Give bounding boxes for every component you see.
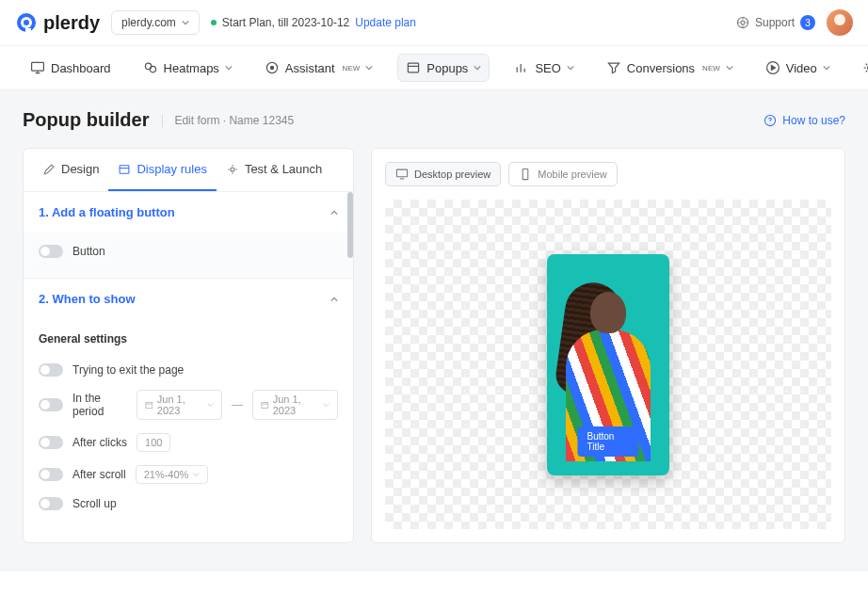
tab-design[interactable]: Design bbox=[33, 149, 108, 191]
toggle-after-clicks[interactable] bbox=[39, 436, 63, 449]
scrollbar-thumb[interactable] bbox=[347, 192, 353, 258]
new-tag: NEW bbox=[343, 64, 361, 72]
chevron-down-icon bbox=[225, 64, 233, 72]
chevron-down-icon bbox=[192, 471, 200, 478]
svg-point-8 bbox=[150, 66, 155, 72]
site-selector[interactable]: plerdy.com bbox=[111, 10, 200, 35]
svg-point-16 bbox=[231, 167, 234, 170]
desktop-preview-button[interactable]: Desktop preview bbox=[385, 162, 501, 186]
funnel-icon bbox=[606, 60, 621, 75]
tab-display-label: Display rules bbox=[137, 162, 206, 176]
preview-canvas: Button Title bbox=[385, 200, 831, 529]
new-tag: NEW bbox=[702, 64, 720, 72]
date-from-value: Jun 1, 2023 bbox=[157, 394, 203, 416]
nav-dashboard[interactable]: Dashboard bbox=[23, 55, 119, 81]
nav-conversions-label: Conversions bbox=[627, 61, 695, 75]
chevron-up-icon bbox=[330, 209, 338, 217]
plan-status: Start Plan, till 2023-10-12 Update plan bbox=[211, 16, 416, 29]
brand-logo[interactable]: plerdy bbox=[15, 11, 100, 34]
svg-rect-19 bbox=[396, 169, 407, 177]
toggle-period-label: In the period bbox=[72, 392, 127, 418]
plan-text: Start Plan, till 2023-10-12 bbox=[222, 16, 349, 29]
toggle-exit-label: Trying to exit the page bbox=[72, 363, 184, 377]
toggle-button-label: Button bbox=[72, 245, 105, 258]
svg-rect-3 bbox=[25, 28, 31, 34]
update-plan-link[interactable]: Update plan bbox=[355, 16, 416, 29]
nav-heatmaps[interactable]: Heatmaps bbox=[136, 55, 240, 81]
chart-icon bbox=[514, 60, 529, 75]
mobile-icon bbox=[519, 168, 532, 181]
chevron-up-icon bbox=[330, 296, 338, 303]
ai-icon bbox=[265, 60, 280, 75]
svg-rect-20 bbox=[523, 169, 529, 179]
nav-popups[interactable]: Popups bbox=[397, 54, 490, 82]
tab-design-label: Design bbox=[61, 162, 99, 176]
toggle-after-scroll[interactable] bbox=[39, 468, 63, 481]
support-button[interactable]: Support 3 bbox=[736, 15, 815, 30]
svg-rect-15 bbox=[121, 165, 130, 172]
toggle-scrollup-label: Scroll up bbox=[72, 497, 117, 510]
toggle-period[interactable] bbox=[39, 398, 63, 411]
tab-display-rules[interactable]: Display rules bbox=[108, 149, 216, 191]
clicks-input[interactable]: 100 bbox=[137, 433, 170, 452]
chevron-down-icon bbox=[323, 401, 330, 409]
support-label: Support bbox=[755, 16, 795, 29]
nav-seo[interactable]: SEO bbox=[506, 55, 581, 81]
nav-popups-label: Popups bbox=[426, 61, 468, 75]
page-subtitle: Edit form · Name 12345 bbox=[162, 114, 294, 127]
popup-preview: Button Title bbox=[547, 254, 669, 475]
editor-panel: Design Display rules Test & Launch 1. Ad… bbox=[23, 148, 354, 543]
support-count-badge: 3 bbox=[800, 15, 815, 30]
help-icon bbox=[764, 114, 777, 127]
nav-conversions[interactable]: ConversionsNEW bbox=[599, 55, 741, 81]
monitor-icon bbox=[30, 60, 45, 75]
svg-rect-11 bbox=[409, 63, 419, 72]
date-to-picker[interactable]: Jun 1, 2023 bbox=[252, 390, 338, 420]
how-to-use-label: How to use? bbox=[782, 114, 845, 127]
status-dot-icon bbox=[211, 20, 217, 25]
gear-icon bbox=[862, 60, 868, 75]
toggle-button[interactable] bbox=[39, 245, 63, 258]
toggle-clicks-label: After clicks bbox=[72, 436, 127, 449]
toggle-scroll-up[interactable] bbox=[39, 497, 63, 510]
popup-preview-button[interactable]: Button Title bbox=[578, 426, 639, 457]
svg-rect-17 bbox=[146, 402, 153, 408]
brand-name: plerdy bbox=[43, 12, 100, 34]
nav-assistant[interactable]: AssistantNEW bbox=[257, 55, 380, 81]
section-floating-button-header[interactable]: 1. Add a floating button bbox=[24, 192, 353, 233]
mobile-preview-label: Mobile preview bbox=[538, 169, 606, 180]
chevron-down-icon bbox=[726, 64, 733, 72]
nav-settings[interactable]: Settings bbox=[855, 55, 868, 81]
general-settings-heading: General settings bbox=[24, 319, 353, 351]
mobile-preview-button[interactable]: Mobile preview bbox=[508, 162, 617, 186]
plerdy-logo-icon bbox=[15, 11, 38, 34]
toggle-scroll-label: After scroll bbox=[72, 468, 126, 481]
nav-video[interactable]: Video bbox=[758, 55, 838, 81]
tab-test-launch[interactable]: Test & Launch bbox=[217, 149, 331, 191]
play-icon bbox=[765, 60, 780, 75]
section-when-to-show-header[interactable]: 2. When to show bbox=[24, 279, 353, 319]
svg-rect-6 bbox=[32, 62, 44, 71]
toggle-exit[interactable] bbox=[39, 363, 63, 377]
chevron-down-icon bbox=[474, 64, 481, 72]
site-selector-label: plerdy.com bbox=[121, 16, 176, 29]
svg-point-10 bbox=[270, 66, 273, 69]
tab-test-label: Test & Launch bbox=[245, 162, 322, 176]
user-avatar[interactable] bbox=[827, 9, 853, 36]
nav-video-label: Video bbox=[786, 61, 817, 75]
chevron-down-icon bbox=[182, 19, 189, 26]
scroll-select[interactable]: 21%-40% bbox=[136, 465, 209, 484]
section-1-title: 1. Add a floating button bbox=[39, 205, 175, 219]
chevron-down-icon bbox=[567, 64, 574, 72]
calendar-icon bbox=[261, 400, 269, 410]
heatmap-icon bbox=[143, 60, 158, 75]
clicks-value: 100 bbox=[145, 437, 162, 448]
gear-icon bbox=[226, 163, 239, 176]
date-to-value: Jun 1, 2023 bbox=[273, 394, 319, 416]
chevron-down-icon bbox=[365, 64, 373, 72]
nav-assistant-label: Assistant bbox=[285, 61, 335, 75]
date-from-picker[interactable]: Jun 1, 2023 bbox=[137, 390, 222, 420]
how-to-use-link[interactable]: How to use? bbox=[764, 114, 845, 127]
nav-dashboard-label: Dashboard bbox=[51, 61, 111, 75]
popup-icon bbox=[406, 60, 421, 75]
